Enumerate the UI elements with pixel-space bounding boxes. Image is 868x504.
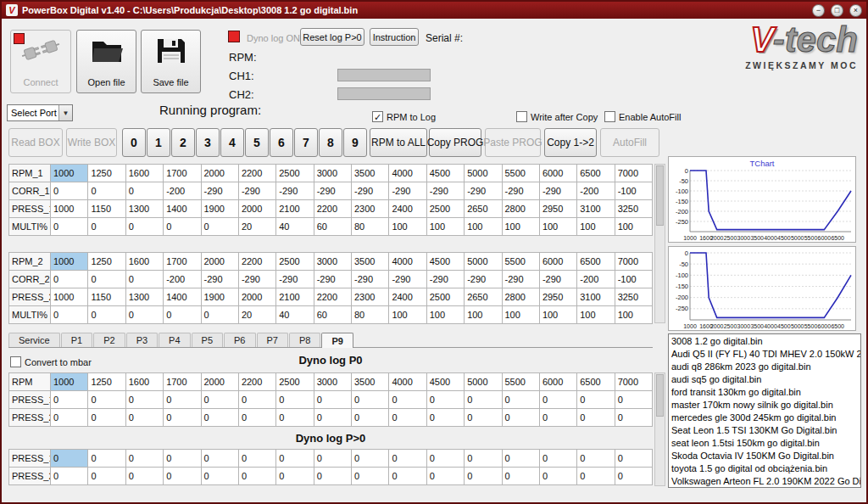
- read-box-button[interactable]: Read BOX: [8, 128, 63, 157]
- table-cell[interactable]: 4000: [389, 373, 426, 391]
- table-cell[interactable]: 0: [125, 218, 163, 236]
- digit-3-button[interactable]: 3: [196, 128, 220, 157]
- table-cell[interactable]: 0: [577, 391, 615, 409]
- table-cell[interactable]: 0: [539, 468, 576, 485]
- table-cell[interactable]: 0: [352, 468, 389, 485]
- table-cell[interactable]: -290: [539, 182, 576, 200]
- table-cell[interactable]: 100: [615, 218, 652, 236]
- minimize-button[interactable]: −: [812, 4, 825, 17]
- table-cell[interactable]: 0: [51, 218, 88, 236]
- digit-7-button[interactable]: 7: [294, 128, 318, 157]
- table-cell[interactable]: 3500: [352, 373, 389, 391]
- table-cell[interactable]: 0: [426, 468, 464, 485]
- close-button[interactable]: ×: [849, 4, 862, 17]
- digit-6-button[interactable]: 6: [270, 128, 293, 157]
- table-cell[interactable]: 0: [88, 391, 125, 409]
- digit-4-button[interactable]: 4: [220, 128, 244, 157]
- table-cell[interactable]: 100: [539, 306, 576, 324]
- table-cell[interactable]: 1150: [88, 200, 125, 218]
- table-cell[interactable]: 0: [502, 391, 539, 409]
- digit-2-button[interactable]: 2: [171, 128, 195, 157]
- table-cell[interactable]: 0: [426, 409, 464, 427]
- table-cell[interactable]: 0: [539, 409, 576, 427]
- copy-prog-button[interactable]: Copy PROG: [429, 128, 481, 157]
- table-cell[interactable]: 1700: [164, 373, 201, 391]
- table-cell[interactable]: 0: [51, 409, 88, 427]
- table-cell[interactable]: 0: [125, 391, 163, 409]
- table-cell[interactable]: 1000: [51, 253, 88, 271]
- table-cell[interactable]: 6500: [577, 373, 615, 391]
- table-cell[interactable]: 0: [164, 450, 201, 468]
- table-cell[interactable]: 40: [276, 306, 314, 324]
- table-cell[interactable]: -290: [352, 182, 389, 200]
- table-cell[interactable]: 4500: [426, 165, 464, 182]
- table-cell[interactable]: -290: [352, 271, 389, 288]
- write-after-copy-checkbox[interactable]: Write after Copy: [516, 111, 598, 122]
- table-cell[interactable]: 0: [51, 271, 88, 288]
- table-cell[interactable]: 100: [615, 306, 652, 324]
- table-cell[interactable]: 2300: [352, 200, 389, 218]
- table-cell[interactable]: 3500: [352, 253, 389, 271]
- file-list-item[interactable]: Skoda Octavia IV 150KM Go Digital.bin: [669, 450, 860, 462]
- table-cell[interactable]: 5500: [502, 373, 539, 391]
- file-list-item[interactable]: ford transit 130km go digital.bin: [669, 386, 860, 399]
- table-cell[interactable]: -200: [577, 271, 615, 288]
- table-cell[interactable]: 100: [539, 218, 576, 236]
- table-cell[interactable]: -100: [615, 271, 652, 288]
- table-cell[interactable]: 0: [238, 391, 275, 409]
- tab-p9[interactable]: P9: [321, 333, 353, 348]
- table-cell[interactable]: -290: [238, 271, 275, 288]
- table-cell[interactable]: -290: [314, 271, 351, 288]
- table-cell[interactable]: 2200: [314, 288, 351, 306]
- table-cell[interactable]: 0: [465, 468, 502, 485]
- dyno-scrollbar[interactable]: [654, 372, 665, 486]
- table-cell[interactable]: 4500: [426, 253, 464, 271]
- table-cell[interactable]: 0: [125, 182, 163, 200]
- digit-5-button[interactable]: 5: [245, 128, 269, 157]
- table-cell[interactable]: 100: [426, 218, 464, 236]
- table-cell[interactable]: -290: [201, 182, 238, 200]
- table-cell[interactable]: -290: [389, 182, 426, 200]
- table-cell[interactable]: 1250: [88, 373, 125, 391]
- copy-1-to-2-button[interactable]: Copy 1->2: [544, 128, 597, 157]
- table-cell[interactable]: 0: [88, 450, 125, 468]
- table-cell[interactable]: 0: [125, 450, 163, 468]
- file-list-item[interactable]: audi sq5 go digital.bin: [669, 373, 860, 386]
- table-cell[interactable]: 2000: [201, 253, 238, 271]
- table-cell[interactable]: 0: [125, 409, 163, 427]
- table-cell[interactable]: 0: [164, 468, 201, 485]
- table-cell[interactable]: 1000: [51, 288, 88, 306]
- table-cell[interactable]: -200: [164, 182, 201, 200]
- table-cell[interactable]: 2200: [238, 165, 275, 182]
- table-cell[interactable]: 2500: [426, 288, 464, 306]
- table-cell[interactable]: 1900: [201, 288, 238, 306]
- table-cell[interactable]: 4500: [426, 373, 464, 391]
- table-cell[interactable]: 0: [389, 409, 426, 427]
- table-cell[interactable]: 6000: [539, 253, 576, 271]
- table-cell[interactable]: 100: [426, 306, 464, 324]
- table-cell[interactable]: 0: [201, 391, 238, 409]
- table-cell[interactable]: 2200: [314, 200, 351, 218]
- table-cell[interactable]: 1300: [125, 200, 163, 218]
- table-cell[interactable]: 3000: [314, 373, 351, 391]
- open-file-button[interactable]: Open file: [76, 30, 136, 93]
- table-cell[interactable]: 2500: [276, 253, 314, 271]
- table-cell[interactable]: 20: [238, 218, 275, 236]
- instruction-button[interactable]: Instruction: [370, 28, 419, 46]
- table-cell[interactable]: 0: [502, 409, 539, 427]
- table-cell[interactable]: 0: [125, 271, 163, 288]
- table-cell[interactable]: 0: [615, 409, 652, 427]
- table-cell[interactable]: 0: [125, 468, 163, 485]
- table-cell[interactable]: 1300: [125, 288, 163, 306]
- table-cell[interactable]: 0: [577, 409, 615, 427]
- table-cell[interactable]: 2400: [389, 200, 426, 218]
- table-cell[interactable]: 0: [539, 450, 576, 468]
- autofill-button[interactable]: AutoFill: [600, 128, 659, 157]
- table-cell[interactable]: -290: [502, 182, 539, 200]
- table-cell[interactable]: -290: [539, 271, 576, 288]
- table-cell[interactable]: 0: [615, 391, 652, 409]
- table-cell[interactable]: 0: [88, 468, 125, 485]
- table-cell[interactable]: 0: [314, 468, 351, 485]
- table-cell[interactable]: 0: [502, 468, 539, 485]
- enable-autofill-checkbox[interactable]: Enable AutoFill: [604, 111, 681, 122]
